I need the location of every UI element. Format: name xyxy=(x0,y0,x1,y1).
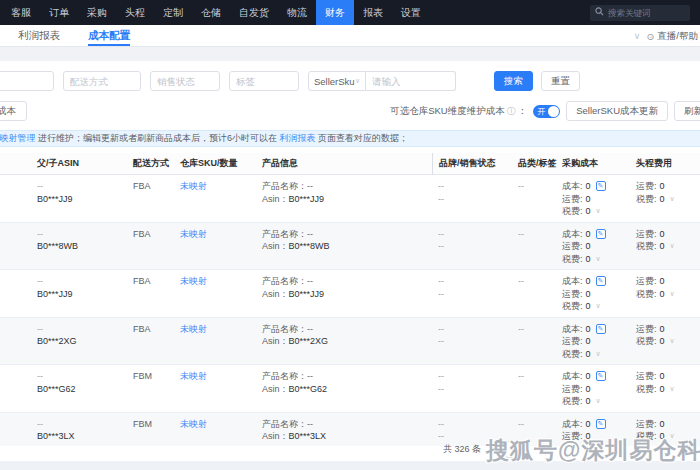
chevron-down-icon[interactable]: ∨ xyxy=(596,300,601,313)
nav-item-customer-service[interactable]: 客服 xyxy=(2,0,40,25)
header-category-tag: 品类/标签 xyxy=(518,157,562,170)
edit-cost-icon[interactable]: ✎ xyxy=(596,419,606,429)
chevron-down-icon[interactable]: ∨ xyxy=(670,240,675,253)
sales-status-input[interactable] xyxy=(150,71,220,91)
header-purchase-cost: 采购成本 xyxy=(562,157,636,170)
cost-partial-button[interactable]: 成本 xyxy=(0,101,27,121)
sku-mapping-cell: 未映射 xyxy=(180,228,262,266)
cut-filter-input[interactable] xyxy=(0,71,54,91)
row-checkbox-col xyxy=(0,370,30,408)
delivery-cell: FBA xyxy=(133,323,180,361)
nav-item-self-delivery[interactable]: 自发货 xyxy=(230,0,278,25)
search-button[interactable]: 搜索 xyxy=(494,71,533,91)
nav-item-settings[interactable]: 设置 xyxy=(392,0,430,25)
reset-button[interactable]: 重置 xyxy=(541,71,580,91)
chevron-down-icon[interactable]: ∨ xyxy=(596,253,601,266)
row-checkbox-col xyxy=(0,228,30,266)
first-leg-fee-cell: 运费:0 税费:0∨ xyxy=(636,228,700,266)
category-tag-cell: -- xyxy=(518,275,562,313)
chevron-down-icon[interactable]: ∨ xyxy=(670,193,675,206)
sku-dimension-toggle[interactable]: 开 xyxy=(533,105,560,118)
unmapped-link[interactable]: 未映射 xyxy=(180,276,207,286)
delivery-method-input[interactable] xyxy=(63,71,141,91)
first-leg-fee-cell: 运费:0 税费:0∨ xyxy=(636,370,700,408)
purchase-cost-cell: 成本:0✎ 运费:0 税费:0∨ xyxy=(562,370,636,408)
pagination-total: 共 326 条 xyxy=(443,443,481,456)
purchase-cost-cell: 成本:0✎ 运费:0 税费:0∨ xyxy=(562,228,636,266)
chevron-down-icon: ∨ xyxy=(355,77,360,85)
asin-cell: -- B0***JJ9 xyxy=(30,180,133,218)
asin-cell: -- B0***2XG xyxy=(30,323,133,361)
edit-cost-icon[interactable]: ✎ xyxy=(596,371,606,381)
profit-report-link[interactable]: 利润报表 xyxy=(280,133,316,143)
sellersku-cost-update-button[interactable]: SellerSKU成本更新 xyxy=(566,101,668,121)
chevron-down-icon[interactable]: ∨ xyxy=(596,348,601,361)
unmapped-link[interactable]: 未映射 xyxy=(180,181,207,191)
delivery-cell: FBA xyxy=(133,228,180,266)
nav-item-warehouse[interactable]: 仓储 xyxy=(192,0,230,25)
brand-status-cell: -- -- xyxy=(432,180,518,218)
refresh-order-cost-button[interactable]: 刷新订单 xyxy=(674,101,700,121)
product-info-cell: 产品名称：-- Asin：B0***JJ9 xyxy=(262,180,432,218)
nav-item-first-leg[interactable]: 头程 xyxy=(116,0,154,25)
unmapped-link[interactable]: 未映射 xyxy=(180,419,207,429)
delivery-cell: FBM xyxy=(133,370,180,408)
chevron-down-icon[interactable]: ∨ xyxy=(670,335,675,348)
search-input[interactable] xyxy=(608,8,685,18)
chevron-down-icon[interactable]: ∨ xyxy=(596,205,601,218)
keyword-input[interactable] xyxy=(366,71,456,91)
first-leg-fee-cell: 运费:0 税费:0∨ xyxy=(636,180,700,218)
header-asin: 父/子ASIN xyxy=(30,157,133,170)
sku-dimension-toggle-label: 可选仓库SKU维度维护成本 ⓘ ： xyxy=(390,105,527,118)
nav-item-purchasing[interactable]: 采购 xyxy=(78,0,116,25)
nav-item-reports[interactable]: 报表 xyxy=(354,0,392,25)
unmapped-link[interactable]: 未映射 xyxy=(180,324,207,334)
asin-cell: -- B0***3LX xyxy=(30,418,133,447)
row-checkbox-col xyxy=(0,418,30,447)
row-checkbox-col xyxy=(0,275,30,313)
sku-mapping-link[interactable]: SKU映射管理 xyxy=(0,133,36,143)
chevron-down-icon[interactable]: ∨ xyxy=(634,31,641,41)
chevron-down-icon[interactable]: ∨ xyxy=(670,288,675,301)
table-row: -- B0***JJ9 FBA 未映射 产品名称：-- Asin：B0***JJ… xyxy=(0,270,700,318)
sku-mapping-cell: 未映射 xyxy=(180,180,262,218)
header-product-info: 产品信息 xyxy=(262,157,432,170)
tag-input[interactable] xyxy=(229,71,299,91)
chevron-down-icon[interactable]: ∨ xyxy=(596,395,601,408)
unmapped-link[interactable]: 未映射 xyxy=(180,371,207,381)
asin-cell: -- B0***JJ9 xyxy=(30,275,133,313)
product-info-cell: 产品名称：-- Asin：B0***JJ9 xyxy=(262,275,432,313)
product-info-cell: 产品名称：-- Asin：B0***G62 xyxy=(262,370,432,408)
nav-item-customization[interactable]: 定制 xyxy=(154,0,192,25)
edit-cost-icon[interactable]: ✎ xyxy=(596,276,606,286)
table-row: -- B0***JJ9 FBA 未映射 产品名称：-- Asin：B0***JJ… xyxy=(0,175,700,223)
play-circle-icon: ⊙ xyxy=(646,31,654,42)
filter-row: SellerSku ∨ 搜索 重置 xyxy=(0,71,700,91)
row-checkbox-col xyxy=(0,323,30,361)
unmapped-link[interactable]: 未映射 xyxy=(180,229,207,239)
brand-status-cell: -- -- xyxy=(432,228,518,266)
header-first-leg-fee: 头程费用 xyxy=(636,157,700,170)
seller-sku-select[interactable]: SellerSku ∨ xyxy=(308,71,366,91)
live-help-link[interactable]: ⊙ 直播/帮助 xyxy=(646,30,698,43)
tab-profit-report[interactable]: 利润报表 xyxy=(18,25,60,46)
delivery-cell: FBM xyxy=(133,418,180,447)
nav-item-orders[interactable]: 订单 xyxy=(40,0,78,25)
edit-cost-icon[interactable]: ✎ xyxy=(596,324,606,334)
nav-item-logistics[interactable]: 物流 xyxy=(278,0,316,25)
watermark: 搜狐号@深圳易仓科 xyxy=(486,435,700,466)
product-info-cell: 产品名称：-- Asin：B0***3LX xyxy=(262,418,432,447)
row-checkbox-col xyxy=(0,180,30,218)
global-search[interactable] xyxy=(590,5,690,21)
edit-cost-icon[interactable]: ✎ xyxy=(596,229,606,239)
product-info-cell: 产品名称：-- Asin：B0***2XG xyxy=(262,323,432,361)
edit-cost-icon[interactable]: ✎ xyxy=(596,181,606,191)
tab-bar: 利润报表 成本配置 ∨ ⊙ 直播/帮助 xyxy=(0,25,700,47)
table-row: -- B0***8WB FBA 未映射 产品名称：-- Asin：B0***8W… xyxy=(0,223,700,271)
first-leg-fee-cell: 运费:0 税费:0∨ xyxy=(636,323,700,361)
tab-cost-config[interactable]: 成本配置 xyxy=(88,25,130,46)
nav-item-finance[interactable]: 财务 xyxy=(316,0,354,25)
chevron-down-icon[interactable]: ∨ xyxy=(670,383,675,396)
category-tag-cell: -- xyxy=(518,228,562,266)
content-panel: SellerSku ∨ 搜索 重置 成本 可选仓库SKU维度维护成本 ⓘ ： 开… xyxy=(0,61,700,446)
